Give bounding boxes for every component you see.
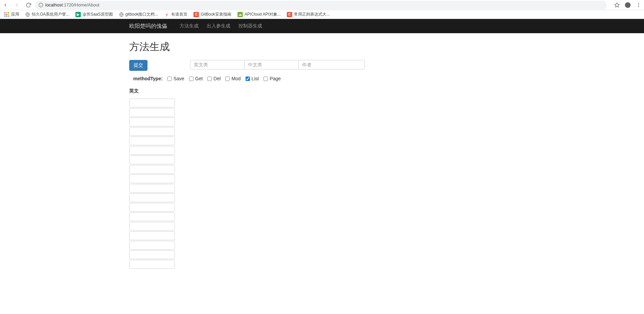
bookmark-label: GitBook安装指南 xyxy=(201,12,231,17)
bookmark-item[interactable]: gitbook接口文档... xyxy=(118,12,160,17)
svg-rect-10 xyxy=(8,12,9,13)
page-title: 方法生成 xyxy=(129,40,515,54)
english-input[interactable] xyxy=(129,241,175,250)
english-input[interactable] xyxy=(129,108,175,117)
profile-icon[interactable] xyxy=(624,2,631,8)
nav-link-params[interactable]: 出入参生成 xyxy=(207,23,230,29)
navbar: 欧阳楚吗的傀儡 方法生成 出入参生成 控制器生成 xyxy=(0,19,644,33)
svg-point-5 xyxy=(638,3,639,4)
english-input[interactable] xyxy=(129,127,175,136)
svg-marker-3 xyxy=(615,3,619,7)
checkbox-label: Mod xyxy=(231,76,240,81)
checkbox-label: Del xyxy=(213,76,221,81)
method-type-row: methodType: SaveGetDelModListPage xyxy=(133,76,515,81)
forward-icon[interactable] xyxy=(14,2,20,8)
submit-button[interactable]: 提交 xyxy=(129,60,147,71)
english-input[interactable] xyxy=(129,193,175,202)
checkbox-label: Get xyxy=(195,76,203,81)
browser-toolbar: localhost:1720/Home/About xyxy=(0,0,644,10)
reload-icon[interactable] xyxy=(26,2,31,8)
method-option-page[interactable]: Page xyxy=(263,76,281,81)
back-icon[interactable] xyxy=(3,2,8,8)
bookmark-label: gitbook接口文档... xyxy=(125,12,158,17)
svg-rect-8 xyxy=(4,12,5,13)
svg-rect-9 xyxy=(6,12,7,13)
bookmark-item[interactable]: ▶诊所SaaS原型图 xyxy=(74,12,114,17)
svg-rect-11 xyxy=(4,14,5,15)
checkbox-label: List xyxy=(252,76,259,81)
bookmark-label: 恒久OA系统用户登... xyxy=(32,12,69,17)
bookmark-label: 常用正则表达式大... xyxy=(294,12,330,17)
english-input[interactable] xyxy=(129,184,175,193)
checkbox-mod[interactable] xyxy=(225,77,230,81)
english-input[interactable] xyxy=(129,212,175,221)
checkbox-get[interactable] xyxy=(189,77,193,81)
bookmark-item[interactable]: 恒久OA系统用户登... xyxy=(24,12,71,17)
method-option-mod[interactable]: Mod xyxy=(225,76,240,81)
method-option-save[interactable]: Save xyxy=(167,76,184,81)
english-input[interactable] xyxy=(129,118,175,126)
english-input[interactable] xyxy=(129,174,175,183)
english-input[interactable] xyxy=(129,146,175,155)
bookmark-label: 有道首页 xyxy=(171,12,187,17)
bookmark-label: 诊所SaaS原型图 xyxy=(83,12,113,17)
navbar-brand[interactable]: 欧阳楚吗的傀儡 xyxy=(129,23,167,30)
english-input[interactable] xyxy=(129,137,175,145)
bookmark-label: APICloud API对象... xyxy=(245,12,281,17)
bookmark-item[interactable]: 应用 xyxy=(3,12,21,17)
address-bar[interactable]: localhost:1720/Home/About xyxy=(35,1,607,9)
checkbox-page[interactable] xyxy=(263,77,268,81)
english-section-label: 英文 xyxy=(129,88,515,94)
english-input-stack xyxy=(129,99,515,269)
english-input[interactable] xyxy=(129,250,175,259)
english-input[interactable] xyxy=(129,165,175,174)
svg-point-7 xyxy=(638,6,639,7)
svg-rect-13 xyxy=(8,14,9,15)
english-input[interactable] xyxy=(129,231,175,240)
svg-rect-16 xyxy=(8,16,9,17)
svg-point-4 xyxy=(625,2,631,8)
method-option-del[interactable]: Del xyxy=(207,76,221,81)
menu-icon[interactable] xyxy=(636,2,641,8)
svg-rect-14 xyxy=(4,16,5,17)
checkbox-label: Page xyxy=(270,76,281,81)
method-type-label: methodType: xyxy=(133,76,163,81)
author-input[interactable] xyxy=(298,60,365,69)
bookmark-item[interactable]: y有道首页 xyxy=(163,12,189,17)
svg-point-6 xyxy=(638,4,639,5)
checkbox-save[interactable] xyxy=(167,77,172,81)
nav-link-controller[interactable]: 控制器生成 xyxy=(238,23,262,29)
checkbox-del[interactable] xyxy=(207,77,212,81)
english-input[interactable] xyxy=(129,203,175,212)
bookmark-label: 应用 xyxy=(11,12,19,17)
english-input[interactable] xyxy=(129,222,175,231)
english-input[interactable] xyxy=(129,260,175,269)
bookmark-item[interactable]: C常用正则表达式大... xyxy=(285,12,331,17)
method-option-get[interactable]: Get xyxy=(189,76,203,81)
bookmark-bar: 应用恒久OA系统用户登...▶诊所SaaS原型图gitbook接口文档...y有… xyxy=(0,10,644,19)
method-option-list[interactable]: List xyxy=(246,76,259,81)
english-input[interactable] xyxy=(129,155,175,164)
info-icon xyxy=(39,3,43,7)
bookmark-item[interactable]: CGitBook安装指南 xyxy=(192,12,233,17)
main-content: 方法生成 提交 methodType: SaveGetDelModListPag… xyxy=(124,33,520,269)
bookmark-item[interactable]: ☁APICloud API对象... xyxy=(236,12,282,17)
checkbox-label: Save xyxy=(174,76,184,81)
url-text: localhost:1720/Home/About xyxy=(45,2,99,7)
svg-rect-12 xyxy=(6,14,7,15)
star-icon[interactable] xyxy=(614,2,620,8)
checkbox-list[interactable] xyxy=(246,77,250,81)
nav-link-method[interactable]: 方法生成 xyxy=(180,23,199,29)
english-input[interactable] xyxy=(129,99,175,107)
svg-rect-15 xyxy=(6,16,7,17)
